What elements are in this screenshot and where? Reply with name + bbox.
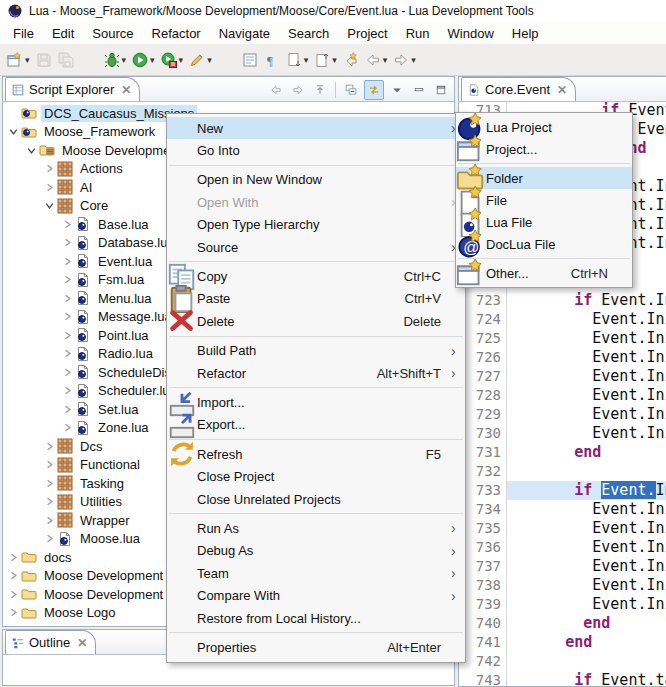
menubar-item-run[interactable]: Run [397, 23, 439, 44]
code-text[interactable]: end [507, 443, 666, 462]
code-line[interactable]: 743 if Event.target then [459, 671, 666, 686]
menubar-item-refactor[interactable]: Refactor [143, 23, 210, 44]
code-text[interactable]: Event.IniGroup = GROUP:FindByName( Event… [507, 538, 666, 557]
tree-expand-arrow-icon[interactable] [42, 439, 57, 454]
toolbar-prev-annotation-button[interactable]: ▾ [312, 48, 339, 72]
code-line[interactable]: 731 end [459, 443, 666, 462]
context-menu-item-properties[interactable]: PropertiesAlt+Enter [167, 636, 465, 658]
tree-expand-arrow-icon[interactable] [60, 328, 75, 343]
tab-core-event[interactable]: Core.Event ✕ [461, 77, 576, 101]
tree-expand-arrow-icon[interactable] [6, 550, 21, 565]
code-line[interactable]: 739 Event.IniTypeName = Event.IniDCSUnit… [459, 595, 666, 614]
context-menu-item-paste[interactable]: PasteCtrl+V [167, 288, 465, 310]
context-menu-item-run-as[interactable]: Run As› [167, 517, 465, 539]
maximize-button[interactable] [432, 81, 450, 99]
code-line[interactable]: 727 Event.IniDCSGroupName = Event.IniDCS… [459, 367, 666, 386]
code-text[interactable]: end [507, 614, 666, 633]
code-text[interactable]: Event.IniDCSGroup = Event.IniDCSUnit:get… [507, 348, 666, 367]
context-menu-item-close-project[interactable]: Close Project [167, 465, 465, 487]
code-line[interactable]: 723 if Event.IniDCSUnit then [459, 291, 666, 310]
dropdown-caret-icon[interactable]: ▾ [383, 55, 388, 65]
tree-expand-arrow-icon[interactable] [60, 309, 75, 324]
code-line[interactable]: 738 Event.IniCategory = Event.IniDCSUnit… [459, 576, 666, 595]
tree-expand-arrow-icon[interactable] [60, 235, 75, 250]
tree-expand-arrow-icon[interactable] [42, 513, 57, 528]
context-menu-item-compare-with[interactable]: Compare With› [167, 584, 465, 606]
toolbar-back-button[interactable]: ▾ [363, 48, 390, 72]
menubar-item-project[interactable]: Project [338, 23, 396, 44]
tree-expand-arrow-icon[interactable] [42, 494, 57, 509]
tab-script-explorer[interactable]: Script Explorer ✕ [5, 77, 140, 101]
code-text[interactable]: Event.IniUnit = UNIT:FindByName( Event.I… [507, 329, 666, 348]
code-text[interactable]: Event.IniCategory = Event.IniDCSUnit:get… [507, 576, 666, 595]
tree-expand-arrow-icon[interactable] [6, 624, 21, 626]
toolbar-external-tools-button[interactable]: ▾ [187, 48, 214, 72]
dropdown-caret-icon[interactable]: ▾ [179, 55, 184, 65]
toolbar-debug-button[interactable]: ▾ [102, 48, 129, 72]
tree-expand-arrow-icon[interactable] [60, 217, 75, 232]
code-text[interactable]: if Event.target then [507, 671, 666, 686]
context-menu-item-import[interactable]: Import... [167, 391, 465, 413]
menubar-item-file[interactable]: File [4, 23, 43, 44]
code-line[interactable]: 735 Event.IniGroupName = Event.IniDCSGro… [459, 519, 666, 538]
context-menu-item-build-path[interactable]: Build Path› [167, 340, 465, 362]
context-menu-item-team[interactable]: Team› [167, 562, 465, 584]
menubar-item-navigate[interactable]: Navigate [210, 23, 279, 44]
context-menu-item-open-in-new-window[interactable]: Open in New Window [167, 169, 465, 191]
code-text[interactable]: Event.IniPlayerName = Event.IniDCSUnit:g… [507, 405, 666, 424]
code-text[interactable]: Event.IniDCSGroupID = Event.IniDCSGroup:… [507, 557, 666, 576]
view-menu-button[interactable] [388, 81, 406, 99]
toolbar-forward-button[interactable]: ▾ [391, 48, 418, 72]
code-line[interactable]: 726 Event.IniDCSGroup = Event.IniDCSUnit… [459, 348, 666, 367]
tree-expand-arrow-icon[interactable] [42, 476, 57, 491]
code-line[interactable]: 742 [459, 652, 666, 671]
tree-expand-arrow-icon[interactable] [42, 457, 57, 472]
tree-expand-arrow-icon[interactable] [60, 365, 75, 380]
code-line[interactable]: 729 Event.IniPlayerName = Event.IniDCSUn… [459, 405, 666, 424]
code-text[interactable]: Event.IniDCSUnitName = Event.IniDCSUnit:… [507, 310, 666, 329]
close-icon[interactable]: ✕ [121, 83, 131, 97]
context-menu-item-refactor[interactable]: RefactorAlt+Shift+T› [167, 362, 465, 384]
code-text[interactable]: Event.IniGroupName = Event.IniDCSGroupNa… [507, 386, 666, 405]
dropdown-caret-icon[interactable]: ▾ [25, 55, 30, 65]
new-submenu-item-doclua-file[interactable]: @DocLua File [456, 233, 632, 255]
close-icon[interactable]: ✕ [557, 83, 567, 97]
close-icon[interactable]: ✕ [77, 636, 87, 650]
tree-expand-arrow-icon[interactable] [60, 402, 75, 417]
minimize-button[interactable] [410, 81, 428, 99]
tree-expand-arrow-icon[interactable] [60, 254, 75, 269]
code-text[interactable] [507, 652, 666, 671]
tree-expand-arrow-icon[interactable] [42, 180, 57, 195]
context-menu-item-delete[interactable]: DeleteDelete [167, 310, 465, 332]
code-text[interactable]: end [507, 633, 666, 652]
toolbar-profile-button[interactable]: ▾ [159, 48, 186, 72]
tree-expand-arrow-icon[interactable] [60, 383, 75, 398]
toolbar-new-wizard-button[interactable]: ▾ [5, 48, 32, 72]
context-menu-item-export[interactable]: Export... [167, 414, 465, 436]
menubar-item-source[interactable]: Source [83, 23, 142, 44]
code-text[interactable]: Event.IniCoalition = Event.IniDCSUnit:ge… [507, 424, 666, 443]
code-text[interactable]: Event.IniGroupName = Event.IniDCSGroupNa… [507, 519, 666, 538]
code-line[interactable]: 725 Event.IniUnit = UNIT:FindByName( Eve… [459, 329, 666, 348]
context-menu-item-debug-as[interactable]: Debug As› [167, 540, 465, 562]
context-menu-item-open-with[interactable]: Open With› [167, 191, 465, 213]
code-line[interactable]: 733 if Event.IniDCSGroup then [459, 481, 666, 500]
dropdown-caret-icon[interactable]: ▾ [122, 55, 127, 65]
tree-expand-arrow-icon[interactable] [6, 605, 21, 620]
context-menu-item-new[interactable]: New› [167, 117, 465, 139]
tree-expand-arrow-icon[interactable] [6, 587, 21, 602]
tree-collapse-arrow-icon[interactable] [24, 143, 39, 158]
code-text[interactable]: Event.IniDCSGroupName = Event.IniDCSGrou… [507, 500, 666, 519]
context-menu-item-go-into[interactable]: Go Into [167, 139, 465, 161]
code-text[interactable]: if Event.IniDCSUnit then [507, 291, 666, 310]
context-menu-item-copy[interactable]: CopyCtrl+C [167, 265, 465, 287]
link-with-editor-button[interactable] [364, 80, 384, 100]
code-line[interactable]: 732 [459, 462, 666, 481]
code-line[interactable]: 741 end [459, 633, 666, 652]
toolbar-next-annotation-button[interactable]: ▾ [284, 48, 311, 72]
code-line[interactable]: 730 Event.IniCoalition = Event.IniDCSUni… [459, 424, 666, 443]
tree-expand-arrow-icon[interactable] [6, 568, 21, 583]
menubar-item-window[interactable]: Window [439, 23, 503, 44]
back-button[interactable] [267, 81, 285, 99]
toolbar-save-button[interactable] [34, 48, 54, 72]
